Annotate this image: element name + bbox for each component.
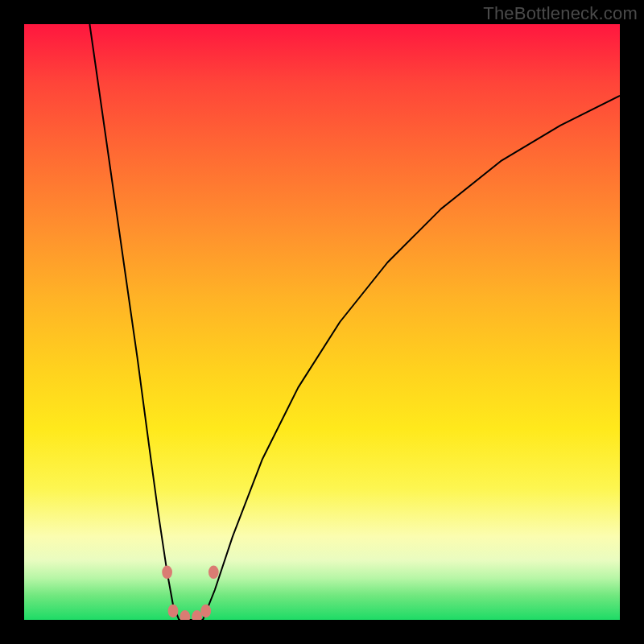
data-marker: [192, 610, 202, 620]
bottleneck-curve: [89, 24, 620, 620]
data-marker: [168, 605, 179, 618]
data-marker: [200, 605, 211, 618]
data-marker: [162, 566, 172, 580]
plot-area: [24, 24, 620, 620]
data-marker: [180, 610, 190, 620]
data-marker: [208, 566, 219, 580]
chart-frame: TheBottleneck.com: [0, 0, 644, 644]
watermark-text: TheBottleneck.com: [483, 3, 638, 24]
curve-layer: [24, 24, 620, 620]
